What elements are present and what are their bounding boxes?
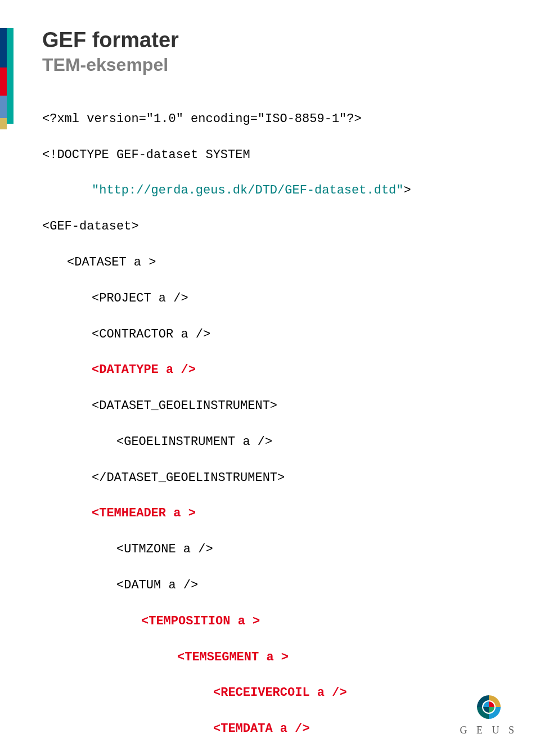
page-title: GEF formater	[42, 28, 518, 52]
code-line: <UTMZONE a />	[42, 541, 518, 559]
globe-icon	[474, 692, 504, 722]
stripe-blue-top	[0, 28, 7, 68]
page-subtitle: TEM-eksempel	[42, 55, 518, 75]
code-text: >	[404, 183, 411, 197]
code-line: <DATASET_GEOELINSTRUMENT>	[42, 397, 518, 415]
code-line: <TEMSEGMENT a >	[42, 649, 518, 667]
logo-text: G E U S	[460, 724, 518, 736]
code-line: <RECEIVERCOIL a />	[42, 684, 518, 702]
stripe-blue-light	[0, 96, 7, 118]
stripe-teal	[7, 28, 14, 124]
code-line: <GEOELINSTRUMENT a />	[42, 433, 518, 451]
code-line: <!DOCTYPE GEF-dataset SYSTEM	[42, 146, 518, 164]
main-content: GEF formater TEM-eksempel <?xml version=…	[42, 0, 540, 756]
code-line: <DATUM a />	[42, 577, 518, 595]
code-line: <CONTRACTOR a />	[42, 326, 518, 344]
code-line: <?xml version="1.0" encoding="ISO-8859-1…	[42, 110, 518, 128]
code-line: <TEMDATA a />	[42, 720, 518, 738]
code-line: <DATATYPE a />	[42, 361, 518, 379]
stripe-red	[0, 68, 7, 96]
code-line: <GEF-dataset>	[42, 218, 518, 236]
dtd-url: "http://gerda.geus.dk/DTD/GEF-dataset.dt…	[42, 183, 404, 197]
code-line: <TEMPOSITION a >	[42, 613, 518, 631]
code-line: <TEMHEADER a >	[42, 505, 518, 523]
code-line: <DATASET a >	[42, 254, 518, 272]
code-line: "http://gerda.geus.dk/DTD/GEF-dataset.dt…	[42, 182, 518, 200]
stripe-yellow	[0, 118, 7, 129]
geus-logo: G E U S	[460, 692, 518, 736]
code-line: </DATASET_GEOELINSTRUMENT>	[42, 469, 518, 487]
code-line: <PROJECT a />	[42, 290, 518, 308]
code-block: <?xml version="1.0" encoding="ISO-8859-1…	[42, 92, 518, 756]
